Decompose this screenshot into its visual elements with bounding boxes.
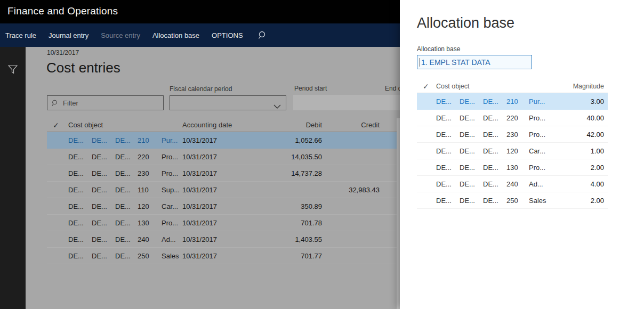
allocation-base-row[interactable]: DE...DE...DE...210Pur...3.00: [417, 93, 608, 110]
cost-object-dimension3-link[interactable]: DE...: [115, 186, 138, 194]
cost-object-number-link[interactable]: 210: [138, 136, 162, 144]
nav-item-options[interactable]: OPTIONS: [212, 31, 243, 39]
cost-object-dimension1-link[interactable]: DE...: [68, 202, 92, 210]
cost-entry-row[interactable]: DE...DE...DE...240Ad...10/31/20171,403.5…: [47, 231, 397, 248]
cost-object-dimension2-link[interactable]: DE...: [460, 97, 483, 105]
allocation-base-row[interactable]: DE...DE...DE...230Pro...42.00: [417, 126, 608, 143]
cost-object-name-link[interactable]: Car...: [529, 147, 552, 155]
cost-object-dimension1-link[interactable]: DE...: [68, 252, 92, 260]
cost-object-dimension3-link[interactable]: DE...: [483, 180, 506, 188]
cost-object-number-link[interactable]: 220: [138, 153, 162, 161]
cost-object-dimension2-link[interactable]: DE...: [92, 186, 115, 194]
fiscal-calendar-period-select[interactable]: [170, 95, 286, 110]
allocation-base-row[interactable]: DE...DE...DE...130Pro...2.00: [417, 159, 608, 176]
nav-item-allocation-base[interactable]: Allocation base: [152, 31, 199, 39]
cost-object-name-link[interactable]: Pur...: [529, 97, 552, 105]
allocation-base-row[interactable]: DE...DE...DE...250Sales2.00: [417, 192, 608, 209]
cost-object-dimension2-link[interactable]: DE...: [92, 252, 115, 260]
cost-object-dimension2-link[interactable]: DE...: [460, 180, 483, 188]
cost-object-dimension2-link[interactable]: DE...: [92, 219, 115, 227]
allocation-base-row[interactable]: DE...DE...DE...120Car...1.00: [417, 143, 608, 159]
column-header-debit[interactable]: Debit: [246, 121, 322, 129]
cost-object-number-link[interactable]: 210: [506, 97, 529, 105]
cost-object-dimension2-link[interactable]: DE...: [92, 136, 115, 144]
cost-object-dimension2-link[interactable]: DE...: [92, 169, 115, 177]
column-header-credit[interactable]: Credit: [322, 121, 380, 129]
cost-object-number-link[interactable]: 250: [138, 252, 162, 260]
cost-object-name-link[interactable]: Ad...: [162, 235, 182, 243]
cost-entry-row[interactable]: DE...DE...DE...230Pro...10/31/201714,737…: [47, 165, 397, 182]
cost-object-dimension1-link[interactable]: DE...: [436, 147, 460, 155]
column-header-accounting-date[interactable]: Accounting date: [182, 121, 246, 129]
column-header-cost-object[interactable]: Cost object: [436, 83, 552, 90]
cost-object-name-link[interactable]: Pro...: [529, 131, 552, 139]
cost-object-name-link[interactable]: Pro...: [162, 153, 182, 161]
allocation-base-input[interactable]: 1. EMPL STAT DATA: [417, 55, 532, 69]
cost-object-number-link[interactable]: 230: [506, 131, 529, 139]
cost-object-dimension3-link[interactable]: DE...: [115, 136, 138, 144]
filter-funnel-icon[interactable]: [8, 65, 18, 76]
cost-object-number-link[interactable]: 240: [138, 235, 162, 243]
cost-object-dimension1-link[interactable]: DE...: [68, 169, 92, 177]
column-header-cost-object[interactable]: Cost object: [68, 121, 182, 129]
cost-object-dimension2-link[interactable]: DE...: [460, 147, 483, 155]
cost-object-dimension3-link[interactable]: DE...: [483, 97, 506, 105]
cost-object-dimension3-link[interactable]: DE...: [115, 169, 138, 177]
cost-entry-row[interactable]: DE...DE...DE...110Sup...10/31/201732,983…: [47, 182, 397, 198]
cost-object-dimension1-link[interactable]: DE...: [436, 97, 460, 105]
cost-object-dimension3-link[interactable]: DE...: [115, 153, 138, 161]
cost-object-dimension1-link[interactable]: DE...: [68, 186, 92, 194]
cost-object-name-link[interactable]: Sup...: [162, 186, 182, 194]
cost-object-dimension1-link[interactable]: DE...: [436, 180, 460, 188]
cost-object-name-link[interactable]: Sales: [529, 197, 552, 205]
cost-object-name-link[interactable]: Pro...: [162, 219, 182, 227]
cost-object-dimension3-link[interactable]: DE...: [483, 147, 506, 155]
cost-object-dimension2-link[interactable]: DE...: [460, 164, 483, 172]
cost-object-number-link[interactable]: 240: [506, 180, 529, 188]
cost-entry-row[interactable]: DE...DE...DE...120Car...10/31/2017350.89: [47, 198, 397, 215]
cost-object-number-link[interactable]: 250: [506, 197, 529, 205]
cost-object-dimension2-link[interactable]: DE...: [460, 131, 483, 139]
cost-object-dimension3-link[interactable]: DE...: [115, 219, 138, 227]
cost-object-dimension1-link[interactable]: DE...: [68, 153, 92, 161]
cost-object-dimension2-link[interactable]: DE...: [92, 202, 115, 210]
cost-object-dimension2-link[interactable]: DE...: [92, 153, 115, 161]
cost-object-dimension1-link[interactable]: DE...: [68, 136, 92, 144]
cost-object-dimension3-link[interactable]: DE...: [115, 235, 138, 243]
cost-entry-row[interactable]: DE...DE...DE...210Pur...10/31/20171,052.…: [47, 132, 397, 149]
cost-object-dimension1-link[interactable]: DE...: [436, 164, 460, 172]
cost-object-name-link[interactable]: Pro...: [529, 164, 552, 172]
cost-object-name-link[interactable]: Pro...: [529, 114, 552, 122]
cost-object-dimension2-link[interactable]: DE...: [460, 197, 483, 205]
cost-object-name-link[interactable]: Pro...: [162, 169, 182, 177]
cost-entry-row[interactable]: DE...DE...DE...130Pro...10/31/2017701.78: [47, 215, 397, 231]
cost-entry-row[interactable]: DE...DE...DE...250Sales10/31/2017701.77: [47, 248, 397, 264]
cost-object-dimension3-link[interactable]: DE...: [483, 131, 506, 139]
cost-object-name-link[interactable]: Ad...: [529, 180, 552, 188]
search-icon[interactable]: [258, 31, 267, 40]
cost-object-name-link[interactable]: Pur...: [162, 136, 182, 144]
cost-object-name-link[interactable]: Sales: [162, 252, 182, 260]
cost-object-number-link[interactable]: 120: [506, 147, 529, 155]
cost-object-dimension3-link[interactable]: DE...: [483, 164, 506, 172]
filter-input[interactable]: Filter: [47, 95, 164, 110]
cost-object-number-link[interactable]: 110: [138, 186, 162, 194]
cost-object-dimension3-link[interactable]: DE...: [115, 202, 138, 210]
cost-object-number-link[interactable]: 130: [138, 219, 162, 227]
cost-object-dimension1-link[interactable]: DE...: [68, 235, 92, 243]
cost-object-dimension3-link[interactable]: DE...: [483, 114, 506, 122]
select-all-checkmark-icon[interactable]: ✓: [47, 121, 68, 129]
cost-object-number-link[interactable]: 230: [138, 169, 162, 177]
column-header-magnitude[interactable]: Magnitude: [552, 83, 608, 90]
cost-object-number-link[interactable]: 120: [138, 202, 162, 210]
cost-object-dimension1-link[interactable]: DE...: [436, 114, 460, 122]
cost-object-dimension1-link[interactable]: DE...: [68, 219, 92, 227]
cost-object-dimension3-link[interactable]: DE...: [115, 252, 138, 260]
cost-object-dimension3-link[interactable]: DE...: [483, 197, 506, 205]
allocation-base-row[interactable]: DE...DE...DE...240Ad...4.00: [417, 176, 608, 192]
cost-object-dimension2-link[interactable]: DE...: [92, 235, 115, 243]
cost-object-dimension1-link[interactable]: DE...: [436, 197, 460, 205]
cost-entry-row[interactable]: DE...DE...DE...220Pro...10/31/201714,035…: [47, 149, 397, 165]
cost-object-number-link[interactable]: 130: [506, 164, 529, 172]
nav-item-journal-entry[interactable]: Journal entry: [49, 31, 88, 39]
